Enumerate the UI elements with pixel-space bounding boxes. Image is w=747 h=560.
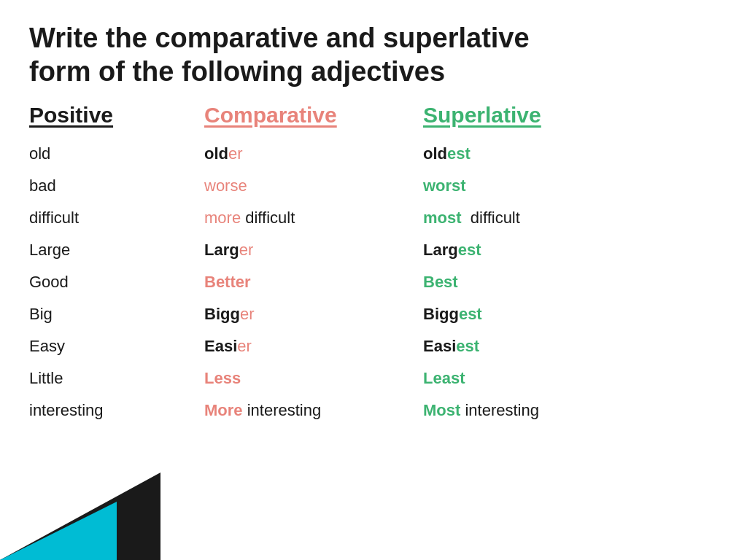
bottom-decoration <box>0 472 190 560</box>
adjectives-table: Positive Comparative Superlative old old… <box>29 103 718 427</box>
positive-cell: interesting <box>29 401 204 420</box>
positive-cell: difficult <box>29 209 204 228</box>
table-row: bad worse worst <box>29 170 718 202</box>
table-header-row: Positive Comparative Superlative <box>29 103 718 132</box>
table-row: old older oldest <box>29 138 718 170</box>
positive-cell: Large <box>29 241 204 260</box>
superlative-cell: Biggest <box>423 305 718 324</box>
comparative-cell: More interesting <box>204 401 423 420</box>
table-row: Large Larger Largest <box>29 234 718 266</box>
positive-cell: Big <box>29 305 204 324</box>
positive-cell: old <box>29 144 204 163</box>
positive-cell: Little <box>29 369 204 388</box>
positive-header: Positive <box>29 103 204 131</box>
table-row: Little Less Least <box>29 362 718 394</box>
positive-cell: Good <box>29 273 204 292</box>
teal-triangle <box>0 502 117 560</box>
table-row: Good Better Best <box>29 266 718 298</box>
superlative-cell: Best <box>423 273 718 292</box>
table-row: interesting More interesting Most intere… <box>29 394 718 427</box>
comparative-cell: Bigger <box>204 305 423 324</box>
page-title: Write the comparative and superlative fo… <box>29 22 718 88</box>
comparative-cell: Easier <box>204 337 423 356</box>
superlative-cell: Easiest <box>423 337 718 356</box>
superlative-cell: worst <box>423 176 718 195</box>
superlative-cell: most difficult <box>423 209 718 228</box>
positive-cell: Easy <box>29 337 204 356</box>
superlative-header: Superlative <box>423 103 718 131</box>
comparative-cell: worse <box>204 176 423 195</box>
table-row: Easy Easier Easiest <box>29 330 718 362</box>
superlative-cell: Most interesting <box>423 401 718 420</box>
positive-cell: bad <box>29 176 204 195</box>
table-row: difficult more difficult most difficult <box>29 202 718 234</box>
superlative-cell: oldest <box>423 144 718 163</box>
comparative-cell: older <box>204 144 423 163</box>
comparative-cell: Larger <box>204 241 423 260</box>
comparative-cell: Less <box>204 369 423 388</box>
superlative-cell: Least <box>423 369 718 388</box>
table-row: Big Bigger Biggest <box>29 298 718 330</box>
comparative-header: Comparative <box>204 103 423 131</box>
comparative-cell: Better <box>204 273 423 292</box>
main-container: Write the comparative and superlative fo… <box>0 0 747 441</box>
comparative-cell: more difficult <box>204 209 423 228</box>
superlative-cell: Largest <box>423 241 718 260</box>
